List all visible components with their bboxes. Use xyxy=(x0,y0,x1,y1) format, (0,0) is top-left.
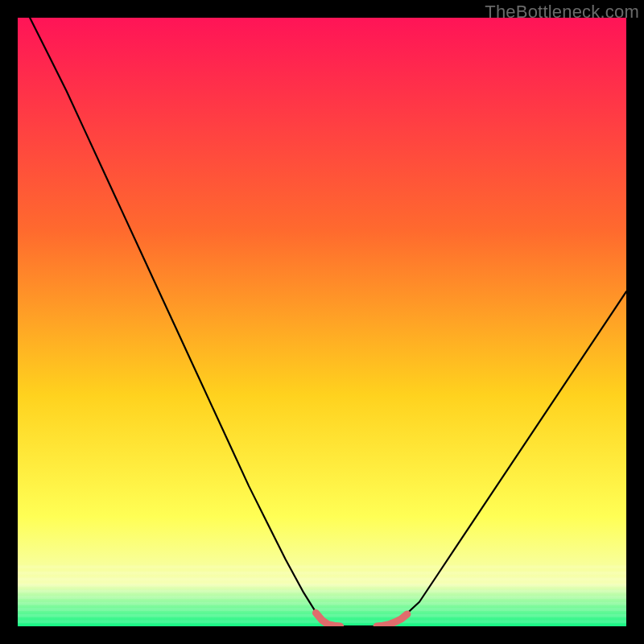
plot-area xyxy=(18,18,626,626)
chart-frame: TheBottleneck.com xyxy=(0,0,644,644)
band-strip xyxy=(18,590,626,593)
band-strip xyxy=(18,578,626,581)
band-strip xyxy=(18,602,626,605)
band-strip xyxy=(18,565,626,568)
watermark-text: TheBottleneck.com xyxy=(485,2,639,23)
chart-svg xyxy=(18,18,626,626)
band-strip xyxy=(18,608,626,611)
band-strip xyxy=(18,596,626,599)
band-strip xyxy=(18,572,626,575)
band-strip xyxy=(18,584,626,587)
gradient-background xyxy=(18,18,626,626)
